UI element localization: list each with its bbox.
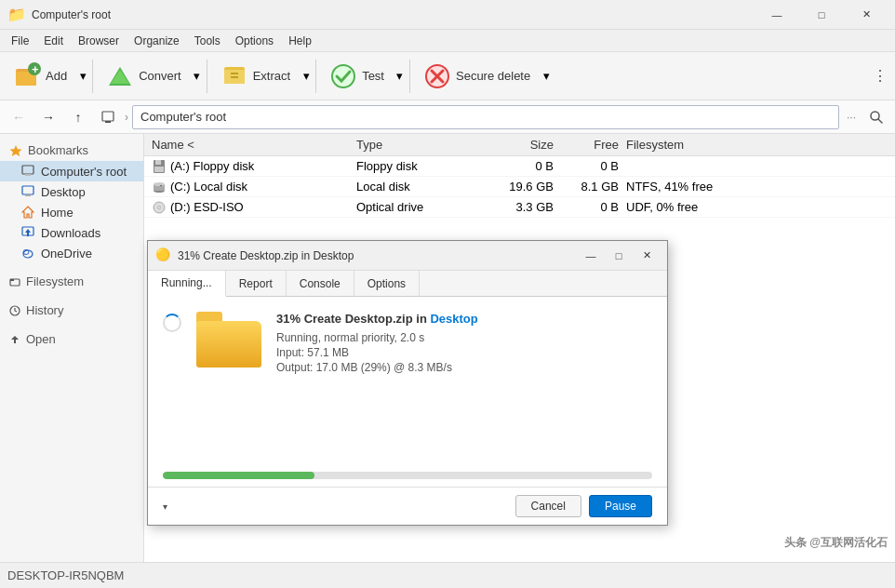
divider-3 <box>0 321 143 328</box>
divider-1 <box>0 263 143 271</box>
app-icon: 📁 <box>7 6 26 23</box>
minimize-button[interactable]: — <box>755 2 798 28</box>
convert-dropdown[interactable]: ▾ <box>192 58 203 95</box>
dialog-task-input: Input: 57.1 MB <box>276 346 652 359</box>
search-button[interactable] <box>863 104 889 130</box>
menu-options[interactable]: Options <box>228 33 281 49</box>
history-label: History <box>26 303 63 317</box>
dialog-close-button[interactable]: ✕ <box>634 245 660 267</box>
col-header-name[interactable]: Name < <box>148 138 353 152</box>
menu-edit[interactable]: Edit <box>36 33 71 49</box>
menu-file[interactable]: File <box>4 33 36 49</box>
menu-organize[interactable]: Organize <box>127 33 187 49</box>
file-fs-d: UDF, 0% free <box>622 200 891 214</box>
dialog-title-text: 31% Create Desktop.zip in Desktop <box>178 249 578 262</box>
separator-4 <box>409 60 410 93</box>
file-type-floppy: Floppy disk <box>353 159 483 173</box>
svg-marker-6 <box>111 70 129 84</box>
toolbar-end: ⋮ <box>554 67 891 85</box>
table-row[interactable]: (C:) Local disk Local disk 19.6 GB 8.1 G… <box>144 177 895 197</box>
sidebar-item-downloads[interactable]: Downloads <box>0 222 143 243</box>
up-button[interactable]: ↑ <box>65 104 91 130</box>
test-icon <box>328 61 358 91</box>
dialog-title-icon: 🟡 <box>155 247 172 264</box>
svg-rect-39 <box>160 185 162 186</box>
convert-button[interactable]: Convert <box>97 58 190 95</box>
dialog-tab-report[interactable]: Report <box>226 271 287 296</box>
more-nav[interactable]: ··· <box>843 111 860 124</box>
home-label: Home <box>41 206 73 220</box>
menu-bar: File Edit Browser Organize Tools Options… <box>0 30 895 52</box>
dialog-tab-console[interactable]: Console <box>287 271 354 296</box>
dialog-tabs: Running... Report Console Options <box>148 271 667 297</box>
more-options[interactable]: ⋮ <box>873 67 888 85</box>
open-label: Open <box>26 332 56 346</box>
sidebar-item-home[interactable]: Home <box>0 202 143 222</box>
sidebar-history-header[interactable]: History <box>0 300 143 321</box>
dialog-controls: — □ ✕ <box>578 245 660 267</box>
file-free-c: 8.1 GB <box>557 180 622 194</box>
history-icon <box>9 305 20 316</box>
desktop-button[interactable] <box>95 104 121 130</box>
add-dropdown[interactable]: ▾ <box>77 58 88 95</box>
star-icon <box>9 144 22 157</box>
cancel-button[interactable]: Cancel <box>515 495 581 517</box>
menu-tools[interactable]: Tools <box>187 33 228 49</box>
sidebar-item-onedrive[interactable]: OneDrive <box>0 243 143 263</box>
back-button[interactable]: ← <box>6 104 32 130</box>
svg-marker-32 <box>11 336 19 343</box>
computer-icon <box>20 164 35 179</box>
status-bar: DESKTOP-IR5NQBM <box>0 562 895 588</box>
expand-button[interactable]: ▾ <box>163 501 167 512</box>
test-dropdown[interactable]: ▾ <box>394 58 406 95</box>
add-button[interactable]: + Add <box>4 58 75 95</box>
menu-browser[interactable]: Browser <box>71 33 127 49</box>
dialog-tab-running[interactable]: Running... <box>148 271 226 297</box>
sidebar-bookmarks-header[interactable]: Bookmarks <box>0 140 143 161</box>
secure-delete-button[interactable]: Secure delete <box>414 58 539 95</box>
pause-button[interactable]: Pause <box>589 495 652 517</box>
col-header-size: Size <box>483 138 557 152</box>
toolbar: + Add ▾ Convert ▾ <box>0 52 895 100</box>
dialog-progress-row: 31% Create Desktop.zip in Desktop Runnin… <box>163 312 652 376</box>
onedrive-icon <box>20 246 35 261</box>
bookmarks-label: Bookmarks <box>28 143 88 157</box>
close-button[interactable]: ✕ <box>845 2 888 28</box>
dialog-title-bar: 🟡 31% Create Desktop.zip in Desktop — □ … <box>148 241 667 271</box>
file-name-floppy: (A:) Floppy disk <box>148 159 353 174</box>
table-row[interactable]: (D:) ESD-ISO Optical drive 3.3 GB 0 B UD… <box>144 197 895 218</box>
extract-button[interactable]: Extract <box>211 58 299 95</box>
sidebar-item-computers-root[interactable]: Computer's root <box>0 161 143 181</box>
convert-icon <box>105 61 135 91</box>
progress-dialog: 🟡 31% Create Desktop.zip in Desktop — □ … <box>147 240 668 526</box>
menu-help[interactable]: Help <box>281 33 319 49</box>
dialog-tab-options[interactable]: Options <box>354 271 420 296</box>
sidebar-item-desktop[interactable]: Desktop <box>0 181 143 202</box>
progress-bar-container <box>163 472 652 479</box>
maximize-button[interactable]: □ <box>800 2 843 28</box>
progress-bar-fill <box>163 472 314 479</box>
dialog-maximize-button[interactable]: □ <box>606 245 632 267</box>
sidebar: Bookmarks Computer's root Desktop Home <box>0 134 144 562</box>
dialog-minimize-button[interactable]: — <box>578 245 604 267</box>
svg-rect-21 <box>25 174 31 176</box>
dialog-task-output: Output: 17.0 MB (29%) @ 8.3 MB/s <box>276 361 652 374</box>
floppy-icon <box>152 159 167 174</box>
forward-button[interactable]: → <box>35 104 61 130</box>
extract-dropdown[interactable]: ▾ <box>301 58 312 95</box>
table-row[interactable]: (A:) Floppy disk Floppy disk 0 B 0 B <box>144 156 895 177</box>
secure-delete-dropdown[interactable]: ▾ <box>541 58 552 95</box>
downloads-icon <box>20 225 35 240</box>
progress-section <box>148 472 667 487</box>
sidebar-open-header[interactable]: Open <box>0 328 143 350</box>
svg-text:+: + <box>32 62 39 76</box>
add-icon: + <box>12 61 42 91</box>
optical-drive-icon <box>152 200 167 215</box>
address-path[interactable]: Computer's root <box>132 105 839 129</box>
test-button[interactable]: Test <box>320 58 393 95</box>
open-icon <box>9 334 20 345</box>
sidebar-filesystem-header[interactable]: Filesystem <box>0 271 143 292</box>
file-fs-c: NTFS, 41% free <box>622 180 891 194</box>
svg-point-38 <box>154 182 165 186</box>
svg-rect-30 <box>10 279 14 281</box>
